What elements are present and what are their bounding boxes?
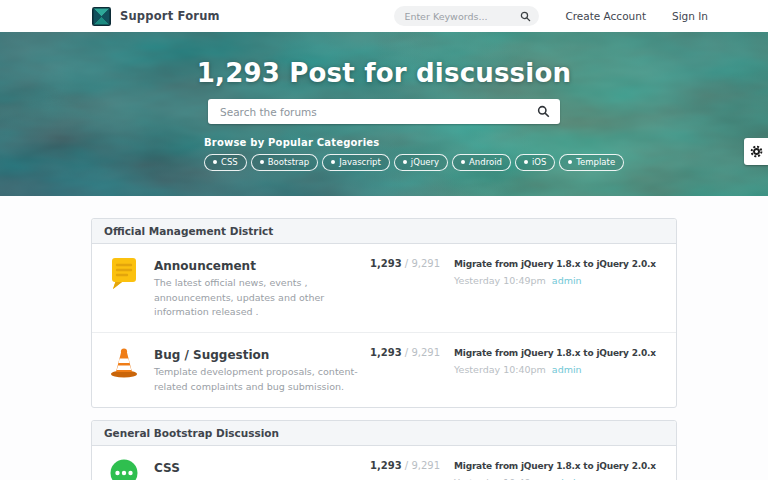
total-count: 9,291	[411, 347, 440, 358]
category-pill-template[interactable]: Template	[559, 154, 624, 171]
bullet-dot-icon	[568, 160, 572, 164]
latest-post-link[interactable]: Migrate from jQuery 1.8.x to jQuery 2.0.…	[454, 460, 662, 473]
forum-title-link[interactable]: CSS	[154, 461, 180, 475]
forum-section-bootstrap: General Bootstrap Discussion CSS The lat…	[91, 420, 677, 480]
bullet-dot-icon	[461, 160, 465, 164]
latest-post: Migrate from jQuery 1.8.x to jQuery 2.0.…	[454, 255, 662, 320]
stats-separator: /	[405, 460, 408, 471]
pill-label: Javascript	[339, 157, 381, 167]
latest-post-time: Yesterday 10:49pm	[454, 275, 546, 286]
latest-post-time: Yesterday 10:40pm	[454, 364, 546, 375]
forum-description: Template development proposals, content-…	[154, 365, 358, 394]
category-pill-css[interactable]: CSS	[204, 154, 247, 171]
posts-count: 1,293	[370, 258, 402, 269]
forum-row-bug-suggestion: Bug / Suggestion Template development pr…	[92, 333, 676, 406]
forum-row-announcement: Announcement The latest official news, e…	[92, 244, 676, 333]
bullet-dot-icon	[403, 160, 407, 164]
browse-categories: Browse by Popular Categories CSS Bootstr…	[204, 137, 564, 171]
latest-post-link[interactable]: Migrate from jQuery 1.8.x to jQuery 2.0.…	[454, 347, 662, 360]
create-account-link[interactable]: Create Account	[565, 10, 646, 22]
bullet-dot-icon	[260, 160, 264, 164]
category-pill-jquery[interactable]: jQuery	[394, 154, 448, 171]
category-pill-bootstrap[interactable]: Bootstrap	[251, 154, 318, 171]
chat-bubble-icon	[106, 457, 142, 480]
category-pill-javascript[interactable]: Javascript	[322, 154, 390, 171]
hero-banner: 1,293 Post for discussion Browse by Popu…	[0, 32, 768, 196]
stats-separator: /	[405, 347, 408, 358]
top-navbar: Support Forum Create Account Sign In	[0, 0, 768, 32]
browse-label: Browse by Popular Categories	[204, 137, 564, 148]
posts-count: 1,293	[370, 460, 402, 471]
navbar-search	[394, 6, 539, 26]
pill-label: Template	[576, 157, 615, 167]
bullet-dot-icon	[213, 160, 217, 164]
settings-button[interactable]	[744, 138, 768, 165]
stats-separator: /	[405, 258, 408, 269]
forum-search	[208, 99, 560, 124]
forum-stats: 1,293 / 9,291	[370, 457, 440, 480]
forum-description: The latest official news, events , annou…	[154, 276, 358, 320]
pill-label: Bootstrap	[268, 157, 309, 167]
brand-logo-icon[interactable]	[92, 7, 111, 26]
forum-section-official: Official Management District Announcemen…	[91, 218, 677, 408]
latest-post-time: Yesterday 10:49pm	[454, 477, 546, 480]
category-pill-android[interactable]: Android	[452, 154, 511, 171]
forum-list: Official Management District Announcemen…	[0, 196, 768, 480]
pill-label: Android	[469, 157, 502, 167]
pill-label: iOS	[532, 157, 546, 167]
section-header: Official Management District	[92, 219, 676, 244]
gear-icon	[750, 145, 763, 158]
latest-post-author-link[interactable]: admin	[552, 275, 582, 286]
latest-post-author-link[interactable]: admin	[552, 477, 582, 480]
total-count: 9,291	[411, 460, 440, 471]
posts-count: 1,293	[370, 347, 402, 358]
bullet-dot-icon	[331, 160, 335, 164]
latest-post: Migrate from jQuery 1.8.x to jQuery 2.0.…	[454, 344, 662, 394]
total-count: 9,291	[411, 258, 440, 269]
forum-search-input[interactable]	[208, 99, 560, 124]
navbar-search-input[interactable]	[404, 11, 520, 22]
category-pills: CSS Bootstrap Javascript jQuery Android …	[204, 154, 564, 171]
search-icon[interactable]	[520, 11, 531, 22]
category-pill-ios[interactable]: iOS	[515, 154, 555, 171]
latest-post-link[interactable]: Migrate from jQuery 1.8.x to jQuery 2.0.…	[454, 258, 662, 271]
pill-label: CSS	[221, 157, 238, 167]
sign-in-link[interactable]: Sign In	[672, 10, 708, 22]
pill-label: jQuery	[411, 157, 439, 167]
forum-stats: 1,293 / 9,291	[370, 255, 440, 320]
latest-post: Migrate from jQuery 1.8.x to jQuery 2.0.…	[454, 457, 662, 480]
latest-post-author-link[interactable]: admin	[552, 364, 582, 375]
hero-title: 1,293 Post for discussion	[0, 32, 768, 88]
traffic-cone-icon	[106, 344, 142, 380]
brand-name: Support Forum	[120, 9, 220, 23]
section-header: General Bootstrap Discussion	[92, 421, 676, 446]
sticky-note-icon	[106, 255, 142, 291]
forum-row-css: CSS The latest official news, events , a…	[92, 446, 676, 480]
forum-title-link[interactable]: Announcement	[154, 259, 256, 273]
bullet-dot-icon	[524, 160, 528, 164]
search-icon[interactable]	[537, 105, 550, 118]
forum-title-link[interactable]: Bug / Suggestion	[154, 348, 269, 362]
forum-stats: 1,293 / 9,291	[370, 344, 440, 394]
